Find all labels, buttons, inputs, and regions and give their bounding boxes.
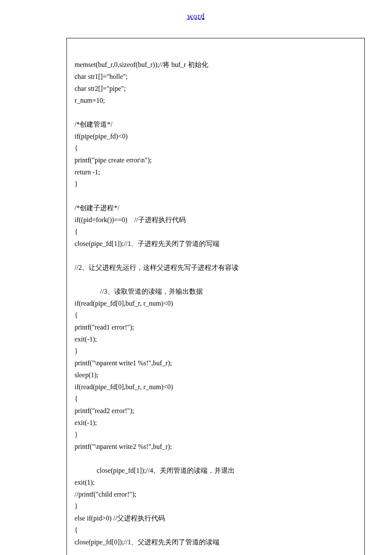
code-line: exit(-1); xyxy=(75,333,357,345)
code-line: if(read(pipe_fd[0],buf_r, r_num)<0) xyxy=(75,298,357,309)
code-line xyxy=(75,274,357,286)
code-line xyxy=(75,250,357,262)
code-line: if(pipe(pipe_fd)<0) xyxy=(75,130,357,142)
code-line xyxy=(75,548,357,555)
code-line: r_num=10; xyxy=(75,95,357,107)
code-line: char str1[]="holle"; xyxy=(75,71,357,83)
code-line: { xyxy=(75,226,357,238)
code-line xyxy=(75,453,357,465)
code-line: exit(1); xyxy=(75,477,357,489)
code-line: //printf("child error!"); xyxy=(75,489,357,500)
code-block: memset(buf_r,0,sizeof(buf_r));//将 buf_r … xyxy=(66,38,365,555)
code-line xyxy=(75,190,357,202)
code-line: printf("read2 error!"); xyxy=(75,405,357,417)
code-line: printf("pipe create error\n"); xyxy=(75,154,357,166)
code-line: if(read(pipe_fd[0],buf_r, r_num)<0) xyxy=(75,381,357,393)
code-line: close(pipe_fd[0]);//1、父进程先关闭了管道的读端 xyxy=(75,536,357,548)
code-line: { xyxy=(75,309,357,321)
code-line: printf("\nparent write2 %s!",buf_r); xyxy=(75,441,357,453)
code-line: } xyxy=(75,345,357,357)
code-line: } xyxy=(75,429,357,441)
code-line xyxy=(75,47,357,59)
code-line: printf("read1 error!"); xyxy=(75,321,357,333)
code-line: printf("\nparent write1 %s!",buf_r); xyxy=(75,357,357,369)
code-line: close(pipe_fd[1]);//4、关闭管道的读端，并退出 xyxy=(75,465,357,477)
code-line xyxy=(75,107,357,119)
code-line: { xyxy=(75,142,357,154)
code-line: } xyxy=(75,500,357,512)
code-line: /*创建子进程*/ xyxy=(75,202,357,214)
code-line: else if(pid>0) //父进程执行代码 xyxy=(75,512,357,524)
code-line: //3、读取管道的读端，并输出数据 xyxy=(75,286,357,298)
header-link[interactable]: word xyxy=(187,12,205,20)
code-line: { xyxy=(75,393,357,405)
code-line: /*创建管道*/ xyxy=(75,119,357,130)
code-line: //2、让父进程先运行，这样父进程先写子进程才有容读 xyxy=(75,262,357,274)
code-line: close(pipe_fd[1]);//1、子进程先关闭了管道的写端 xyxy=(75,238,357,250)
page-header: word xyxy=(26,12,366,21)
code-line: if((pid=fork())==0) //子进程执行代码 xyxy=(75,214,357,226)
code-line: exit(-1); xyxy=(75,417,357,429)
code-line: return -1; xyxy=(75,166,357,178)
code-line: { xyxy=(75,524,357,536)
code-line: char str2[]="pipe"; xyxy=(75,83,357,95)
document-page: word memset(buf_r,0,sizeof(buf_r));//将 b… xyxy=(0,0,392,555)
code-line: } xyxy=(75,178,357,190)
code-line: memset(buf_r,0,sizeof(buf_r));//将 buf_r … xyxy=(75,59,357,71)
code-line: sleep(1); xyxy=(75,369,357,381)
